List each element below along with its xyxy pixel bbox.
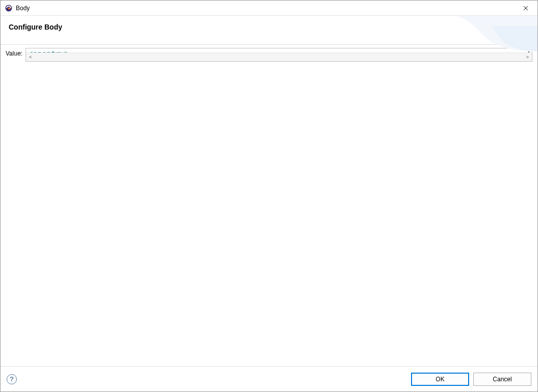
close-button[interactable] xyxy=(514,1,537,16)
content-area: Value: <onentry> <!-- optional executabl… xyxy=(1,45,537,366)
scroll-right-icon[interactable]: > xyxy=(523,53,532,62)
page-title: Configure Body xyxy=(9,23,529,31)
button-bar: ? OK Cancel xyxy=(1,366,537,391)
code-text[interactable]: <onentry> <!-- optional executable conte… xyxy=(28,49,530,53)
code-editor-viewport[interactable]: <onentry> <!-- optional executable conte… xyxy=(26,48,532,53)
vertical-scrollbar[interactable]: ▴ xyxy=(526,48,532,53)
value-label: Value: xyxy=(6,48,22,57)
dialog-header: Configure Body xyxy=(1,16,537,45)
scroll-left-icon[interactable]: < xyxy=(26,53,35,62)
horizontal-scrollbar[interactable]: < > xyxy=(26,53,532,61)
app-icon xyxy=(5,4,13,12)
svg-rect-1 xyxy=(8,8,10,9)
ok-button[interactable]: OK xyxy=(411,373,469,386)
dialog-window: Body Configure Body Value: <onentry> <!-… xyxy=(0,0,538,392)
cancel-button[interactable]: Cancel xyxy=(473,373,531,386)
help-icon[interactable]: ? xyxy=(7,374,17,384)
value-field-row: Value: <onentry> <!-- optional executabl… xyxy=(6,48,532,366)
code-editor[interactable]: <onentry> <!-- optional executable conte… xyxy=(25,48,532,62)
window-title: Body xyxy=(16,5,30,12)
titlebar: Body xyxy=(1,1,537,16)
scroll-up-icon[interactable]: ▴ xyxy=(526,48,532,53)
